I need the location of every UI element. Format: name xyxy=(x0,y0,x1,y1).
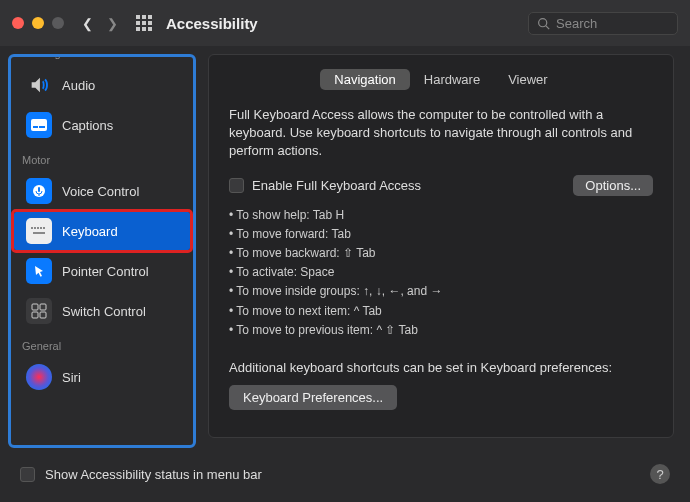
svg-rect-3 xyxy=(33,126,38,128)
sidebar-item-captions[interactable]: Captions xyxy=(14,106,190,144)
sidebar-item-label: Voice Control xyxy=(62,184,139,199)
svg-point-0 xyxy=(539,18,547,26)
shortcut-item: • To move to previous item: ^ ⇧ Tab xyxy=(229,321,653,340)
svg-rect-12 xyxy=(43,227,45,229)
minimize-window-button[interactable] xyxy=(32,17,44,29)
tab-hardware[interactable]: Hardware xyxy=(410,69,494,90)
svg-rect-8 xyxy=(31,227,33,229)
footer: Show Accessibility status in menu bar ? xyxy=(0,454,690,494)
svg-rect-9 xyxy=(34,227,36,229)
window-controls xyxy=(12,17,64,29)
sidebar-item-audio[interactable]: Audio xyxy=(14,66,190,104)
shortcut-item: • To move backward: ⇧ Tab xyxy=(229,244,653,263)
keyboard-icon xyxy=(26,218,52,244)
enable-full-keyboard-label: Enable Full Keyboard Access xyxy=(252,178,421,193)
svg-line-1 xyxy=(546,25,549,28)
shortcut-item: • To activate: Space xyxy=(229,263,653,282)
shortcut-item: • To move forward: Tab xyxy=(229,225,653,244)
shortcut-list: • To show help: Tab H • To move forward:… xyxy=(229,206,653,340)
tab-navigation[interactable]: Navigation xyxy=(320,69,409,90)
svg-rect-7 xyxy=(29,225,49,237)
options-button[interactable]: Options... xyxy=(573,175,653,196)
sidebar-item-label: Captions xyxy=(62,118,113,133)
tab-viewer[interactable]: Viewer xyxy=(494,69,562,90)
back-button[interactable]: ❮ xyxy=(82,16,93,31)
show-status-checkbox[interactable] xyxy=(20,467,35,482)
siri-icon xyxy=(26,364,52,390)
additional-text: Additional keyboard shortcuts can be set… xyxy=(229,360,653,375)
sidebar-item-keyboard[interactable]: Keyboard xyxy=(14,212,190,250)
sidebar-item-pointer-control[interactable]: Pointer Control xyxy=(14,252,190,290)
voice-control-icon xyxy=(26,178,52,204)
content-panel: Navigation Hardware Viewer Full Keyboard… xyxy=(208,54,674,438)
captions-icon xyxy=(26,112,52,138)
svg-rect-15 xyxy=(40,304,46,310)
sidebar-item-siri[interactable]: Siri xyxy=(14,358,190,396)
sidebar-item-label: Pointer Control xyxy=(62,264,149,279)
switch-control-icon xyxy=(26,298,52,324)
pointer-control-icon xyxy=(26,258,52,284)
help-button[interactable]: ? xyxy=(650,464,670,484)
svg-rect-11 xyxy=(40,227,42,229)
svg-rect-6 xyxy=(38,187,40,192)
nav-arrows: ❮ ❯ xyxy=(82,16,118,31)
description-text: Full Keyboard Access allows the computer… xyxy=(229,106,653,161)
sidebar-item-switch-control[interactable]: Switch Control xyxy=(14,292,190,330)
audio-icon xyxy=(26,72,52,98)
sidebar-item-label: Switch Control xyxy=(62,304,146,319)
sidebar-item-label: Audio xyxy=(62,78,95,93)
sidebar: Hearing Audio Captions Motor Voice Contr… xyxy=(8,54,196,446)
shortcut-item: • To move to next item: ^ Tab xyxy=(229,302,653,321)
search-placeholder: Search xyxy=(556,16,597,31)
svg-rect-13 xyxy=(33,232,45,234)
svg-rect-14 xyxy=(32,304,38,310)
show-status-label: Show Accessibility status in menu bar xyxy=(45,467,262,482)
search-icon xyxy=(537,17,550,30)
svg-rect-17 xyxy=(40,312,46,318)
svg-rect-4 xyxy=(39,126,45,128)
section-motor-label: Motor xyxy=(8,146,196,170)
window-title: Accessibility xyxy=(166,15,528,32)
svg-rect-10 xyxy=(37,227,39,229)
section-general-label: General xyxy=(8,332,196,356)
svg-rect-16 xyxy=(32,312,38,318)
shortcut-item: • To show help: Tab H xyxy=(229,206,653,225)
svg-rect-2 xyxy=(31,119,47,131)
sidebar-item-voice-control[interactable]: Voice Control xyxy=(14,172,190,210)
tabs: Navigation Hardware Viewer xyxy=(229,69,653,90)
show-all-prefs-button[interactable] xyxy=(136,15,152,31)
sidebar-item-label: Siri xyxy=(62,370,81,385)
section-hearing-label: Hearing xyxy=(8,54,196,61)
enable-full-keyboard-checkbox[interactable] xyxy=(229,178,244,193)
shortcut-item: • To move inside groups: ↑, ↓, ←, and → xyxy=(229,282,653,301)
forward-button: ❯ xyxy=(107,16,118,31)
titlebar: ❮ ❯ Accessibility Search xyxy=(0,0,690,46)
keyboard-preferences-button[interactable]: Keyboard Preferences... xyxy=(229,385,397,410)
maximize-window-button xyxy=(52,17,64,29)
sidebar-item-label: Keyboard xyxy=(62,224,118,239)
search-input[interactable]: Search xyxy=(528,12,678,35)
close-window-button[interactable] xyxy=(12,17,24,29)
